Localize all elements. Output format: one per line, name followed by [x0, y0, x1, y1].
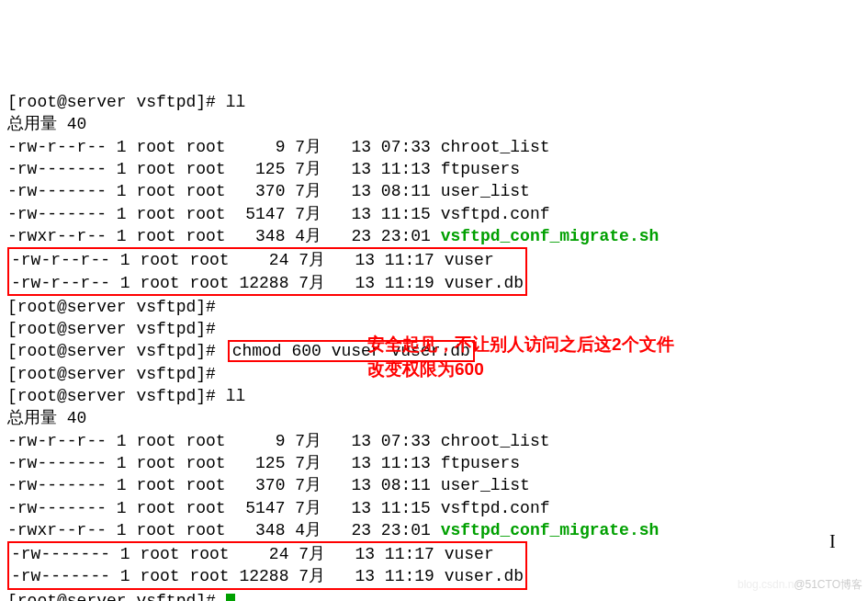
watermark: blog.csdn.n@51CTO博客 [731, 562, 862, 592]
file-row: -rw------- 1 root root 5147 7月 13 11:15 … [7, 203, 861, 225]
highlight-box-vuser-files-2: -rw------- 1 root root 24 7月 13 11:17 vu… [7, 541, 527, 590]
prompt-line: [root@server vsftpd]# ll [7, 91, 861, 113]
file-row: -rwxr--r-- 1 root root 348 4月 23 23:01 v… [7, 519, 861, 541]
file-row: -rwxr--r-- 1 root root 348 4月 23 23:01 v… [7, 225, 861, 247]
file-row: -rw------- 1 root root 125 7月 13 11:13 f… [7, 158, 861, 180]
text-cursor-icon: I [829, 529, 836, 554]
prompt-line: [root@server vsftpd]# ll [7, 385, 861, 407]
highlight-box-vuser-files-1: -rw-r--r-- 1 root root 24 7月 13 11:17 vu… [7, 247, 527, 296]
total-line: 总用量 40 [7, 407, 861, 429]
file-row: -rw------- 1 root root 5147 7月 13 11:15 … [7, 497, 861, 519]
file-row: -rw------- 1 root root 370 7月 13 08:11 u… [7, 180, 861, 202]
file-row: -rw-r--r-- 1 root root 9 7月 13 07:33 chr… [7, 430, 861, 452]
file-row: -rw-r--r-- 1 root root 12288 7月 13 11:19… [11, 272, 524, 294]
file-row: -rw------- 1 root root 12288 7月 13 11:19… [11, 565, 524, 587]
file-row: -rw-r--r-- 1 root root 9 7月 13 07:33 chr… [7, 136, 861, 158]
file-row: -rw------- 1 root root 125 7月 13 11:13 f… [7, 452, 861, 474]
file-row: -rw-r--r-- 1 root root 24 7月 13 11:17 vu… [11, 249, 524, 271]
security-annotation: 安全起见，不让别人访问之后这2个文件 改变权限为600 [367, 333, 674, 381]
total-line: 总用量 40 [7, 113, 861, 135]
prompt-line: [root@server vsftpd]# [7, 296, 861, 318]
cursor-block-icon [226, 594, 235, 601]
file-row: -rw------- 1 root root 24 7月 13 11:17 vu… [11, 543, 524, 565]
file-row: -rw------- 1 root root 370 7月 13 08:11 u… [7, 474, 861, 496]
